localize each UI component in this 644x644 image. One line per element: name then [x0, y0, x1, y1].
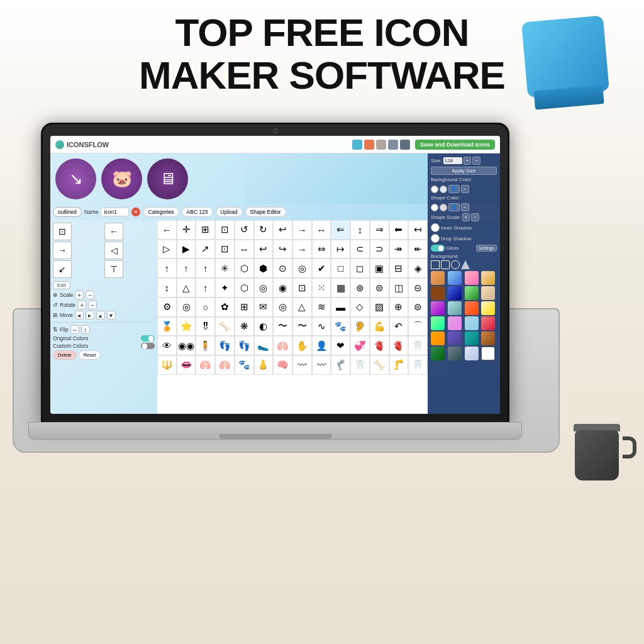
icon-cell[interactable]: ⊛ [350, 278, 370, 297]
icon-cell[interactable]: ⊙ [273, 258, 292, 278]
icon-cell[interactable]: 🐾 [235, 355, 254, 375]
icon-cell[interactable]: 🦷 [408, 336, 428, 355]
icon-cell[interactable]: ⇐ [331, 220, 350, 240]
icon-cell[interactable]: ↔ [312, 220, 331, 240]
icon-cell[interactable]: ↕ [350, 220, 370, 240]
icon-cell[interactable]: ◎ [177, 297, 196, 317]
swatch-blue[interactable] [352, 140, 362, 150]
bg-shape-square[interactable] [431, 260, 440, 269]
swatch-gray[interactable] [376, 140, 386, 150]
bg-swatch[interactable] [431, 316, 445, 330]
bg-swatch[interactable] [431, 286, 445, 300]
icon-cell[interactable]: ↑ [196, 258, 215, 278]
shape-scale-minus[interactable]: − [471, 213, 479, 221]
icon-cell[interactable]: ⊂ [350, 240, 370, 259]
icon-cell[interactable]: 🧠 [273, 355, 292, 375]
bg-swatch[interactable] [448, 286, 462, 300]
mini-icon-t[interactable]: ⊤ [104, 260, 123, 278]
icon-cell[interactable]: ↤ [408, 220, 428, 240]
close-button[interactable]: ✕ [131, 208, 140, 216]
bg-shape-rounded[interactable] [441, 260, 450, 269]
size-input[interactable] [443, 157, 462, 164]
plus-size-btn[interactable]: + [464, 157, 472, 165]
shape-scale-plus[interactable]: + [462, 213, 470, 221]
icon-cell[interactable]: ❤ [331, 336, 350, 355]
icon-cell[interactable]: ⚙ [157, 297, 177, 317]
icon-cell[interactable]: ↶ [389, 317, 409, 336]
shape-color-picker[interactable]: 👤 [448, 203, 460, 211]
icon-cell[interactable]: ↑ [196, 278, 215, 297]
preview-icon-2[interactable]: 🐷 [101, 158, 142, 199]
outlined-button[interactable]: outlined [53, 207, 82, 217]
icon-cell[interactable]: ◐ [254, 317, 274, 336]
icon-cell[interactable]: ⇒ [370, 220, 389, 240]
icon-cell[interactable]: 👣 [215, 336, 235, 355]
bg-color-picker[interactable]: 👤 [448, 185, 460, 193]
icon-cell[interactable]: 🦴 [370, 355, 389, 375]
bg-swatch[interactable] [448, 331, 462, 345]
icon-cell[interactable]: 🦷 [350, 355, 370, 375]
icon-cell[interactable]: ◉ [273, 278, 292, 297]
icon-cell[interactable]: 🦴 [215, 317, 235, 336]
categories-button[interactable]: Categories [143, 207, 179, 217]
icon-cell[interactable]: ⌒ [408, 317, 428, 336]
bg-swatch[interactable] [431, 347, 445, 360]
bg-swatch[interactable] [448, 347, 462, 360]
flip-h[interactable]: ↔ [70, 325, 79, 334]
icon-cell[interactable]: ▣ [370, 258, 389, 278]
icon-cell[interactable]: ◻ [350, 258, 370, 278]
gloss-toggle[interactable] [431, 245, 445, 252]
icon-cell[interactable]: 🫀 [389, 336, 409, 355]
preview-icon-3[interactable]: 🖥 [147, 158, 188, 199]
icon-cell[interactable]: ✉ [254, 297, 274, 317]
shape-editor-button[interactable]: Shape Editor [245, 207, 286, 217]
icon-cell[interactable]: 🏅 [157, 317, 177, 336]
shape-color-minus[interactable]: − [461, 203, 469, 211]
icon-cell[interactable]: ✳ [215, 258, 235, 278]
shape-color-gray[interactable] [440, 204, 447, 211]
icon-cell[interactable]: ↩ [254, 240, 274, 259]
icon-cell[interactable]: ⁙ [312, 278, 331, 297]
icon-cell[interactable]: ↔ [235, 240, 254, 259]
icon-cell[interactable]: 👄 [177, 355, 196, 375]
icon-cell[interactable]: 🫀 [370, 336, 389, 355]
icon-cell[interactable]: ▦ [331, 278, 350, 297]
move-left[interactable]: ◂ [75, 311, 84, 319]
bg-swatch[interactable] [481, 331, 495, 345]
bg-swatch[interactable] [448, 301, 462, 315]
settings-button[interactable]: Settings [476, 245, 497, 252]
mini-icon-tri[interactable]: ◁ [104, 242, 123, 259]
icon-cell[interactable]: ⊟ [389, 258, 409, 278]
icon-cell[interactable]: ≋ [312, 297, 331, 317]
preview-icon-1[interactable]: ↘ [55, 158, 96, 199]
icon-cell[interactable]: ↩ [273, 220, 292, 240]
icon-cell[interactable]: ✿ [215, 297, 235, 317]
bg-swatch[interactable] [465, 316, 479, 330]
icon-cell[interactable]: 🦵 [389, 355, 409, 375]
bg-swatch[interactable] [465, 347, 479, 360]
bg-swatch[interactable] [431, 271, 445, 285]
swatch-dark[interactable] [400, 140, 410, 150]
bg-swatch[interactable] [481, 316, 495, 330]
icon-cell[interactable]: 🫁 [215, 355, 235, 375]
icon-cell[interactable]: 👁 [157, 336, 177, 355]
icon-cell[interactable]: 👤 [312, 336, 331, 355]
icon-cell[interactable]: ⬅ [389, 220, 409, 240]
icon-cell[interactable]: ◎ [292, 258, 312, 278]
save-download-button[interactable]: Save and Download Icons [415, 140, 495, 150]
bg-swatch[interactable] [465, 301, 479, 315]
icon-cell[interactable]: ◎ [273, 297, 292, 317]
bg-swatch[interactable] [481, 301, 495, 315]
shape-color-white[interactable] [431, 204, 438, 211]
move-right[interactable]: ▸ [86, 311, 94, 319]
icon-cell[interactable]: 🦿 [331, 355, 350, 375]
swatch-slate[interactable] [388, 140, 398, 150]
icon-cell[interactable]: ▶ [177, 240, 196, 259]
icon-cell[interactable]: 🫁 [273, 336, 292, 355]
icon-cell[interactable]: 👃 [254, 355, 274, 375]
bg-shape-circle[interactable] [451, 260, 460, 269]
icon-cell[interactable]: ⊜ [408, 297, 428, 317]
icon-cell[interactable]: ↪ [273, 240, 292, 259]
bg-swatch[interactable] [465, 271, 479, 285]
custom-colors-toggle[interactable] [141, 343, 155, 349]
